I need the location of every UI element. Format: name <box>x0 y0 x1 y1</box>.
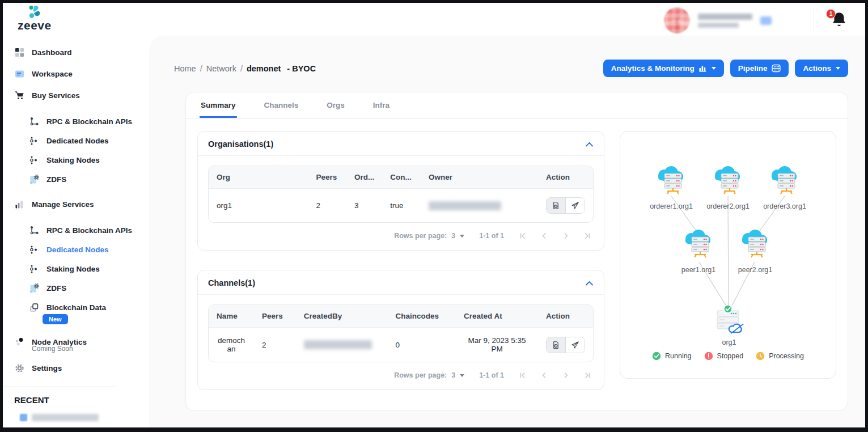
chevron-down-icon <box>712 67 716 70</box>
nodes-icon <box>29 264 39 274</box>
zeeve-logo[interactable]: zeeve <box>18 5 52 31</box>
org-details-action-button[interactable] <box>547 198 566 213</box>
chevron-up-icon <box>585 141 594 147</box>
org-peers-cell: 2 <box>308 189 346 223</box>
sidebar-item-rpc-apis[interactable]: RPC & Blockchain APIs <box>3 112 149 131</box>
network-detail-card: Summary Channels Orgs Infra Organisation… <box>185 92 848 411</box>
next-page-icon <box>562 371 570 379</box>
organisations-pagination: Rows per page: 3 1-1 of 1 <box>208 223 594 247</box>
node-orderer2-icon[interactable] <box>715 166 740 194</box>
sidebar-divider <box>3 387 115 387</box>
notifications-button[interactable]: 1 <box>830 10 849 31</box>
recent-item-label-redacted <box>32 414 99 421</box>
organisations-table: Org Peers Ord... Con... Owner Action <box>208 166 594 223</box>
cart-icon <box>14 90 24 100</box>
channel-send-action-button[interactable] <box>566 337 585 353</box>
next-page-button[interactable] <box>562 371 570 379</box>
pipeline-grid-icon <box>772 64 781 73</box>
zdfs-file-gear-icon <box>29 174 39 184</box>
sidebar-label: Dedicated Nodes <box>46 245 109 254</box>
pipeline-button[interactable]: Pipeline <box>730 60 789 77</box>
col-owner: Owner <box>421 166 538 189</box>
running-status-icon <box>652 351 661 361</box>
tab-strip: Summary Channels Orgs Infra <box>186 92 848 118</box>
org-consortium-cell: true <box>382 189 421 223</box>
user-avatar[interactable] <box>664 7 690 33</box>
send-icon <box>571 341 579 349</box>
bar-chart-icon <box>14 199 24 209</box>
last-page-button[interactable] <box>583 232 591 240</box>
header-buttons: Analytics & Monitoring Pipeline Actions <box>603 60 848 77</box>
sidebar-item-dashboard[interactable]: Dashboard <box>3 41 149 63</box>
breadcrumb-home-link[interactable]: Home <box>174 64 196 73</box>
org-send-action-button[interactable] <box>566 198 585 213</box>
node-peer1-icon[interactable] <box>685 230 710 257</box>
chevron-up-icon <box>585 280 594 286</box>
sidebar-item-manage-staking-nodes[interactable]: Staking Nodes <box>3 259 149 278</box>
tab-channels[interactable]: Channels <box>263 92 300 118</box>
sidebar-item-manage-zdfs[interactable]: ZDFS <box>3 278 149 298</box>
org-name-cell: org1 <box>209 189 308 223</box>
sidebar-item-manage-rpc-apis[interactable]: RPC & Blockchain APIs <box>3 221 149 240</box>
col-createdby: CreatedBy <box>296 305 388 328</box>
sidebar-item-manage-services[interactable]: Manage Services <box>3 193 149 215</box>
createdby-redacted <box>304 340 372 349</box>
rows-per-page-value[interactable]: 3 <box>451 232 455 240</box>
breadcrumb-network-link[interactable]: Network <box>206 64 236 73</box>
node-orderer1-icon[interactable] <box>658 166 683 194</box>
rows-per-page-caret-icon[interactable] <box>460 235 464 238</box>
breadcrumb-separator: / <box>240 64 243 73</box>
sidebar-label: Blockchain Data <box>46 303 106 312</box>
first-page-icon <box>519 371 527 379</box>
topbar-divider <box>814 9 814 32</box>
prev-page-button[interactable] <box>540 371 548 379</box>
legend-processing: Processing <box>756 351 804 361</box>
channels-collapse-button[interactable] <box>585 280 594 286</box>
node-peer2-icon[interactable] <box>742 230 767 257</box>
col-action: Action <box>538 166 593 189</box>
channel-details-action-button[interactable] <box>547 337 566 353</box>
user-name-redacted <box>698 14 752 28</box>
sidebar-item-dedicated-nodes[interactable]: Dedicated Nodes <box>3 131 149 150</box>
sidebar-item-buy-services[interactable]: Buy Services <box>3 84 149 106</box>
analytics-monitoring-label: Analytics & Monitoring <box>611 64 695 73</box>
user-menu-caret-redacted[interactable] <box>760 16 772 25</box>
legend-running-label: Running <box>665 352 692 360</box>
actions-button[interactable]: Actions <box>795 60 848 77</box>
sidebar: Dashboard Workspace Buy Services RPC & B… <box>3 36 149 427</box>
next-page-button[interactable] <box>562 232 570 240</box>
node-peer1-label: peer1.org1 <box>681 266 716 274</box>
actions-label: Actions <box>803 64 831 73</box>
owner-redacted <box>429 201 501 210</box>
node-analytics-icon <box>14 337 24 347</box>
sidebar-label: RPC & Blockchain APIs <box>46 117 132 126</box>
node-orderer2-label: orderer2.org1 <box>706 202 750 210</box>
organisations-collapse-button[interactable] <box>585 141 594 147</box>
recent-item-redacted[interactable] <box>3 407 149 421</box>
sidebar-item-zdfs[interactable]: ZDFS <box>3 170 149 189</box>
sidebar-item-staking-nodes[interactable]: Staking Nodes <box>3 150 149 170</box>
sidebar-label: Manage Services <box>32 200 94 209</box>
prev-page-button[interactable] <box>540 232 548 240</box>
channel-chaincodes-cell: 0 <box>387 328 456 362</box>
tab-orgs[interactable]: Orgs <box>325 92 346 118</box>
sidebar-label: Dedicated Nodes <box>46 137 109 145</box>
sidebar-item-blockchain-data[interactable]: Blockchain Data <box>3 298 149 314</box>
last-page-button[interactable] <box>583 371 591 379</box>
first-page-button[interactable] <box>519 371 527 379</box>
channel-created-at-cell: Mar 9, 2023 5:35 PM <box>456 328 538 362</box>
sidebar-item-workspace[interactable]: Workspace <box>3 63 149 84</box>
first-page-button[interactable] <box>519 232 527 240</box>
tab-summary[interactable]: Summary <box>200 92 237 118</box>
rows-per-page-caret-icon[interactable] <box>460 374 464 377</box>
organisations-panel: Organisations(1) <box>197 131 604 251</box>
node-org1-icon[interactable] <box>717 305 743 333</box>
analytics-monitoring-button[interactable]: Analytics & Monitoring <box>603 60 724 77</box>
sidebar-item-manage-dedicated-nodes[interactable]: Dedicated Nodes <box>3 240 149 259</box>
tab-infra[interactable]: Infra <box>372 92 391 118</box>
node-orderer3-icon[interactable] <box>772 166 797 194</box>
sidebar-item-settings[interactable]: Settings <box>3 357 149 379</box>
channels-table: Name Peers CreatedBy Chaincodes Created … <box>208 304 594 362</box>
legend-processing-label: Processing <box>769 352 804 360</box>
rows-per-page-value[interactable]: 3 <box>451 371 455 379</box>
